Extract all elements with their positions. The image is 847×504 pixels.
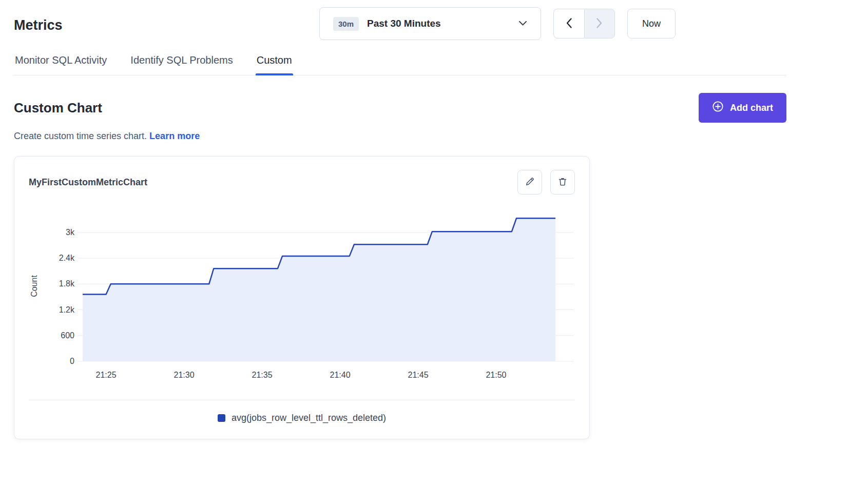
page-title: Metrics (14, 17, 63, 33)
chevron-left-icon (566, 17, 572, 30)
metrics-page: Metrics 30m Past 30 Minutes (0, 0, 847, 439)
time-step-buttons (553, 9, 615, 38)
chart-actions (517, 170, 575, 195)
svg-text:1.2k: 1.2k (59, 305, 75, 314)
svg-text:3k: 3k (66, 228, 75, 237)
chart-legend: avg(jobs_row_level_ttl_rows_deleted) (29, 400, 575, 439)
add-chart-button[interactable]: Add chart (699, 93, 786, 123)
svg-text:0: 0 (70, 357, 74, 365)
chart-title: MyFirstCustomMetricChart (29, 177, 147, 188)
section-title: Custom Chart (14, 100, 102, 116)
chart-card-header: MyFirstCustomMetricChart (29, 170, 575, 195)
svg-text:2.4k: 2.4k (59, 254, 75, 262)
svg-text:21:35: 21:35 (252, 371, 273, 379)
svg-text:Count: Count (30, 275, 38, 297)
svg-text:21:25: 21:25 (96, 371, 117, 379)
delete-chart-button[interactable] (550, 170, 575, 195)
plus-circle-icon (712, 101, 724, 115)
svg-text:1.8k: 1.8k (59, 279, 75, 288)
section-subtitle: Create custom time series chart. Learn m… (14, 131, 786, 142)
svg-text:21:40: 21:40 (330, 371, 351, 379)
prev-time-button[interactable] (553, 9, 584, 38)
next-time-button[interactable] (584, 9, 615, 38)
tab-custom[interactable]: Custom (256, 54, 293, 75)
svg-text:21:30: 21:30 (174, 371, 195, 379)
legend-swatch (218, 414, 225, 422)
chevron-down-icon (518, 19, 527, 28)
tab-monitor-sql-activity[interactable]: Monitor SQL Activity (14, 54, 108, 75)
subtitle-text: Create custom time series chart. (14, 131, 147, 141)
edit-chart-button[interactable] (517, 170, 542, 195)
metrics-tabs: Monitor SQL Activity Identify SQL Proble… (14, 54, 786, 75)
svg-text:21:45: 21:45 (408, 371, 428, 379)
metric-chart: 06001.2k1.8k2.4k3k21:2521:3021:3521:4021… (29, 206, 576, 386)
pencil-icon (525, 177, 535, 188)
chart-card: MyFirstCustomMetricChart 06001.2k1.8k2.4… (14, 156, 590, 439)
svg-text:600: 600 (61, 331, 74, 340)
learn-more-link[interactable]: Learn more (149, 131, 200, 141)
now-button[interactable]: Now (627, 9, 676, 38)
add-chart-label: Add chart (730, 103, 773, 113)
trash-icon (557, 177, 568, 188)
time-range-label: Past 30 Minutes (367, 18, 510, 29)
tab-identify-sql-problems[interactable]: Identify SQL Problems (129, 54, 234, 75)
legend-label: avg(jobs_row_level_ttl_rows_deleted) (232, 413, 386, 423)
time-controls: 30m Past 30 Minutes Now (319, 7, 676, 40)
time-range-select[interactable]: 30m Past 30 Minutes (319, 7, 541, 40)
chevron-right-icon (596, 17, 603, 30)
time-range-badge: 30m (333, 17, 359, 31)
custom-chart-section-header: Custom Chart Add chart (14, 93, 786, 123)
top-bar: Metrics 30m Past 30 Minutes (14, 7, 786, 40)
svg-text:21:50: 21:50 (486, 371, 506, 379)
